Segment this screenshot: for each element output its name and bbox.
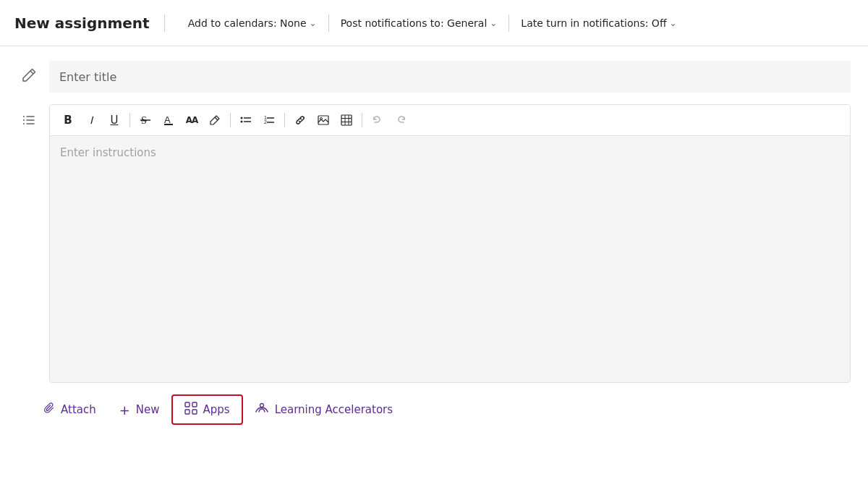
learning-accelerators-label: Learning Accelerators [275, 403, 393, 416]
editor-container: B I U S A AA [49, 104, 851, 383]
underline-button[interactable]: U [103, 109, 125, 131]
late-notifications-label: Late turn in notifications: Off [521, 17, 666, 29]
toolbar-separator-4 [362, 113, 362, 127]
apps-icon [184, 402, 197, 418]
toolbar-separator-2 [230, 113, 231, 127]
font-size-button[interactable]: AA [181, 109, 203, 131]
apps-label: Apps [203, 403, 230, 416]
bold-button[interactable]: B [57, 109, 79, 131]
chevron-down-icon: ⌄ [310, 18, 317, 28]
svg-rect-26 [192, 402, 197, 407]
svg-point-10 [241, 117, 243, 119]
header-separator-2 [509, 14, 509, 32]
svg-rect-25 [185, 402, 190, 407]
table-button[interactable] [336, 109, 357, 131]
title-row [17, 61, 851, 93]
svg-rect-9 [164, 124, 173, 125]
apps-button[interactable]: Apps [171, 394, 243, 425]
notifications-label: Post notifications to: General [341, 17, 488, 29]
bullet-list-button[interactable] [235, 109, 257, 131]
learning-accelerators-icon [255, 402, 269, 418]
svg-point-29 [260, 404, 263, 407]
svg-text:A: A [164, 114, 171, 125]
formatting-toolbar: B I U S A AA [50, 105, 850, 136]
svg-rect-18 [318, 116, 328, 124]
redo-button[interactable] [390, 109, 412, 131]
attach-button[interactable]: Attach [32, 397, 108, 423]
image-button[interactable] [312, 109, 334, 131]
plus-icon: + [119, 402, 130, 418]
svg-point-12 [241, 121, 243, 123]
attach-icon [43, 402, 55, 417]
notifications-dropdown[interactable]: Post notifications to: General ⌄ [332, 13, 506, 33]
svg-text:2: 2 [264, 119, 267, 124]
numbered-list-button[interactable]: 1 2 [258, 109, 280, 131]
pencil-icon [17, 67, 41, 87]
new-button[interactable]: + New [108, 397, 171, 423]
italic-button[interactable]: I [80, 109, 102, 131]
new-label: New [136, 403, 160, 416]
svg-rect-27 [185, 410, 190, 414]
list-icon [17, 113, 41, 130]
calendars-dropdown[interactable]: Add to calendars: None ⌄ [179, 13, 326, 33]
toolbar-separator-3 [284, 113, 285, 127]
title-input[interactable] [49, 61, 851, 93]
late-notifications-dropdown[interactable]: Late turn in notifications: Off ⌄ [512, 13, 685, 33]
bottom-toolbar: Attach + New Apps Learning Accelerators [0, 383, 868, 436]
svg-rect-20 [341, 115, 352, 125]
strikethrough-button[interactable]: S [135, 109, 156, 131]
undo-button[interactable] [367, 109, 388, 131]
learning-accelerators-button[interactable]: Learning Accelerators [243, 396, 404, 423]
svg-rect-28 [192, 410, 197, 414]
highlight-button[interactable] [204, 109, 226, 131]
header: New assignment Add to calendars: None ⌄ … [0, 0, 868, 46]
font-color-button[interactable]: A [158, 109, 179, 131]
toolbar-separator-1 [129, 113, 130, 127]
calendars-label: Add to calendars: None [188, 17, 307, 29]
link-button[interactable] [289, 109, 311, 131]
instructions-editor[interactable]: Enter instructions [50, 136, 850, 382]
chevron-down-icon-3: ⌄ [670, 18, 677, 28]
attach-label: Attach [61, 403, 96, 416]
chevron-down-icon-2: ⌄ [490, 18, 497, 28]
page-title: New assignment [14, 14, 165, 32]
instructions-placeholder: Enter instructions [60, 146, 156, 159]
main-content: B I U S A AA [0, 46, 868, 383]
header-separator-1 [328, 14, 329, 32]
editor-row: B I U S A AA [17, 104, 851, 383]
